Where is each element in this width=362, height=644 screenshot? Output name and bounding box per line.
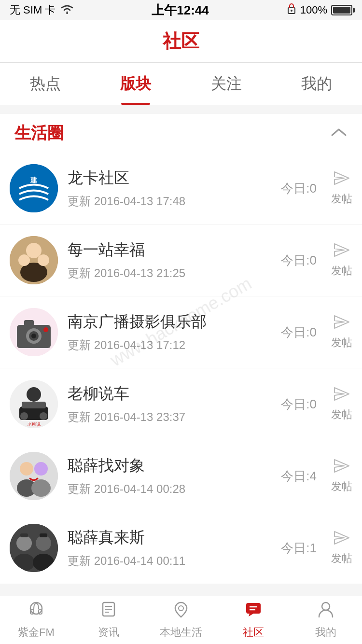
status-bar: 无 SIM 卡 上午12:44 100% bbox=[0, 0, 362, 20]
svg-point-15 bbox=[43, 327, 48, 332]
post-button[interactable]: 发帖 bbox=[331, 315, 352, 350]
item-update-time: 更新 2016-04-13 23:37 bbox=[68, 409, 259, 425]
svg-point-13 bbox=[31, 334, 36, 338]
item-name: 每一站幸福 bbox=[68, 239, 259, 261]
item-update-time: 更新 2016-04-14 00:28 bbox=[68, 481, 259, 497]
svg-rect-2 bbox=[10, 164, 58, 212]
post-label: 发帖 bbox=[331, 407, 352, 422]
bottom-navigation: 紫金FM 资讯 本地生活 bbox=[0, 596, 362, 644]
post-button[interactable]: 发帖 bbox=[331, 387, 352, 422]
item-today-count: 今日:0 bbox=[268, 180, 317, 197]
avatar bbox=[10, 524, 58, 572]
post-button[interactable]: 发帖 bbox=[331, 243, 352, 278]
item-today-count: 今日:0 bbox=[268, 324, 317, 341]
post-label: 发帖 bbox=[331, 479, 352, 494]
nav-item-fm[interactable]: 紫金FM bbox=[0, 596, 72, 644]
avatar: 老柳说 bbox=[10, 380, 58, 428]
item-name: 老柳说车 bbox=[68, 383, 259, 405]
svg-rect-34 bbox=[40, 533, 47, 537]
location-icon bbox=[172, 601, 190, 622]
headphone-icon bbox=[28, 601, 45, 622]
nav-item-me[interactable]: 我的 bbox=[290, 596, 362, 644]
svg-point-46 bbox=[322, 602, 330, 610]
item-name: 聪薛找对象 bbox=[68, 455, 259, 476]
tab-mine[interactable]: 我的 bbox=[272, 63, 362, 105]
item-info: 老柳说车 更新 2016-04-13 23:37 bbox=[68, 383, 259, 425]
send-icon bbox=[334, 243, 350, 261]
item-info: 聪薛找对象 更新 2016-04-14 00:28 bbox=[68, 455, 259, 497]
tab-follow[interactable]: 关注 bbox=[181, 63, 272, 105]
send-icon bbox=[334, 387, 350, 405]
item-update-time: 更新 2016-04-13 21:25 bbox=[68, 266, 259, 281]
item-update-time: 更新 2016-04-13 17:48 bbox=[68, 194, 259, 209]
post-button[interactable]: 发帖 bbox=[331, 171, 352, 206]
nav-label-community: 社区 bbox=[243, 625, 264, 640]
svg-text:老柳说: 老柳说 bbox=[28, 422, 41, 427]
svg-point-35 bbox=[30, 602, 42, 614]
svg-point-25 bbox=[34, 462, 48, 476]
chat-icon bbox=[245, 601, 262, 622]
svg-point-31 bbox=[14, 554, 35, 571]
svg-point-20 bbox=[40, 412, 47, 420]
nav-item-community[interactable]: 社区 bbox=[217, 596, 290, 644]
wifi-icon bbox=[60, 3, 74, 17]
send-icon bbox=[334, 171, 350, 189]
news-icon bbox=[100, 601, 117, 622]
list-item[interactable]: 聪薛找对象 更新 2016-04-14 00:28 今日:4 发帖 bbox=[0, 440, 362, 512]
item-info: 聪薛真来斯 更新 2016-04-14 00:11 bbox=[68, 527, 259, 569]
list-item[interactable]: 南京广播摄影俱乐部 更新 2016-04-13 17:12 今日:0 发帖 bbox=[0, 296, 362, 368]
post-button[interactable]: 发帖 bbox=[331, 459, 352, 494]
tab-sections[interactable]: 版块 bbox=[91, 63, 181, 105]
send-icon bbox=[334, 315, 350, 333]
person-icon bbox=[317, 601, 334, 622]
svg-point-29 bbox=[16, 535, 32, 551]
list-item[interactable]: 老柳说 老柳说车 更新 2016-04-13 23:37 今日:0 发帖 bbox=[0, 368, 362, 440]
svg-rect-14 bbox=[24, 320, 34, 326]
svg-rect-21 bbox=[22, 402, 46, 408]
section-header[interactable]: 生活圈 bbox=[0, 114, 362, 153]
section-title: 生活圈 bbox=[14, 122, 64, 144]
item-name: 龙卡社区 bbox=[68, 168, 259, 189]
svg-point-1 bbox=[291, 10, 292, 12]
tab-hot[interactable]: 热点 bbox=[0, 63, 91, 105]
svg-point-27 bbox=[31, 479, 51, 497]
page-header: 社区 bbox=[0, 20, 362, 63]
nav-item-local[interactable]: 本地生活 bbox=[145, 596, 217, 644]
avatar bbox=[10, 452, 58, 500]
svg-point-19 bbox=[20, 412, 28, 420]
nav-label-me: 我的 bbox=[315, 625, 336, 640]
svg-rect-33 bbox=[20, 533, 28, 537]
status-right: 100% bbox=[287, 3, 352, 17]
section-tabs: 热点 版块 关注 我的 bbox=[0, 63, 362, 105]
avatar bbox=[10, 236, 58, 284]
item-today-count: 今日:1 bbox=[268, 540, 317, 557]
svg-point-7 bbox=[18, 254, 30, 266]
battery-icon bbox=[331, 5, 352, 15]
list-item[interactable]: 建 龙卡社区 更新 2016-04-13 17:48 今日:0 发帖 bbox=[0, 153, 362, 224]
avatar: 建 bbox=[10, 164, 58, 212]
item-name: 聪薛真来斯 bbox=[68, 527, 259, 548]
post-label: 发帖 bbox=[331, 192, 352, 206]
svg-point-32 bbox=[33, 554, 54, 571]
item-info: 每一站幸福 更新 2016-04-13 21:25 bbox=[68, 239, 259, 281]
item-name: 南京广播摄影俱乐部 bbox=[68, 311, 259, 333]
post-label: 发帖 bbox=[331, 264, 352, 278]
svg-point-42 bbox=[179, 606, 183, 611]
list-item[interactable]: 聪薛真来斯 更新 2016-04-14 00:11 今日:1 发帖 bbox=[0, 512, 362, 584]
item-update-time: 更新 2016-04-13 17:12 bbox=[68, 337, 259, 353]
post-label: 发帖 bbox=[331, 336, 352, 350]
list-item[interactable]: 每一站幸福 更新 2016-04-13 21:25 今日:0 发帖 bbox=[0, 224, 362, 296]
chevron-up-icon[interactable] bbox=[330, 125, 348, 141]
svg-point-8 bbox=[38, 254, 49, 266]
svg-rect-43 bbox=[246, 603, 261, 614]
avatar bbox=[10, 308, 58, 356]
nav-item-news[interactable]: 资讯 bbox=[72, 596, 145, 644]
post-button[interactable]: 发帖 bbox=[331, 531, 352, 566]
sim-text: 无 SIM 卡 bbox=[10, 3, 56, 17]
page-title: 社区 bbox=[163, 29, 199, 54]
post-label: 发帖 bbox=[331, 551, 352, 566]
item-today-count: 今日:4 bbox=[268, 468, 317, 485]
item-today-count: 今日:0 bbox=[268, 396, 317, 413]
item-info: 龙卡社区 更新 2016-04-13 17:48 bbox=[68, 168, 259, 209]
nav-label-local: 本地生活 bbox=[160, 625, 202, 640]
